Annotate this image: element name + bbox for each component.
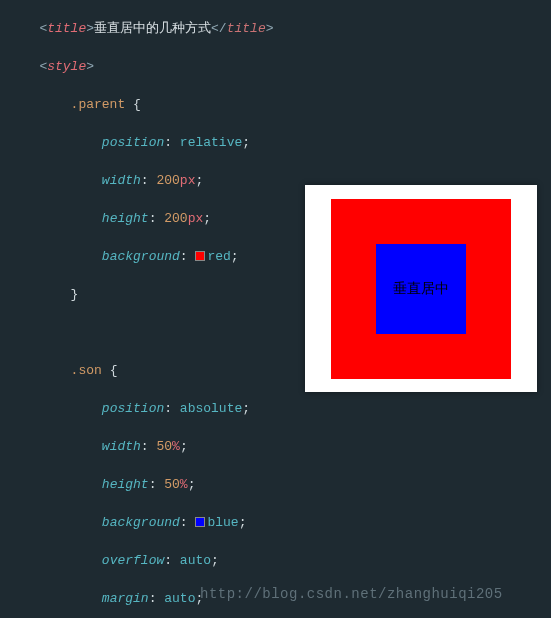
title-text: 垂直居中的几种方式	[94, 21, 211, 36]
preview-son-text: 垂直居中	[393, 280, 449, 298]
color-swatch-red-icon	[195, 251, 205, 261]
preview-son-box: 垂直居中	[376, 244, 466, 334]
tag-title-close: title	[227, 21, 266, 36]
selector-parent: .parent	[71, 97, 126, 112]
prop-height: height	[102, 211, 149, 226]
prop-margin: margin	[102, 591, 149, 606]
prop-position: position	[102, 135, 164, 150]
watermark-text: http://blog.csdn.net/zhanghuiqi205	[200, 586, 503, 602]
tag-title-open: title	[47, 21, 86, 36]
prop-background: background	[102, 249, 180, 264]
color-swatch-blue-icon	[195, 517, 205, 527]
prop-width: width	[102, 173, 141, 188]
preview-panel: 垂直居中	[305, 185, 537, 392]
tag-style-open: style	[47, 59, 86, 74]
prop-overflow: overflow	[102, 553, 164, 568]
val-absolute: absolute	[180, 401, 242, 416]
val-red: red	[207, 249, 230, 264]
preview-parent-box: 垂直居中	[331, 199, 511, 379]
val-blue: blue	[207, 515, 238, 530]
val-relative: relative	[180, 135, 242, 150]
selector-son: .son	[71, 363, 102, 378]
